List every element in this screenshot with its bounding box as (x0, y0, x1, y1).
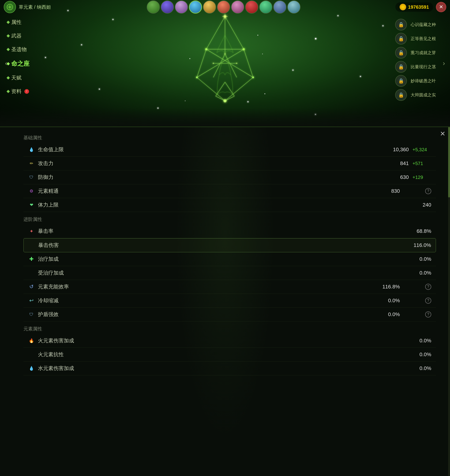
incoming-healing-value: 0.0% (403, 270, 431, 276)
stamina-label: 体力上限 (38, 202, 403, 208)
lock-icon-2: 🔒 (395, 33, 407, 45)
char-avatar-9[interactable] (259, 0, 272, 14)
char-avatar-5[interactable] (203, 0, 216, 14)
nav-item-weapon[interactable]: 武器 (7, 32, 30, 39)
svg-point-35 (264, 93, 265, 94)
svg-point-24 (224, 53, 226, 55)
crit-dmg-value: 116.0% (403, 242, 431, 248)
def-value: 630 (381, 174, 409, 180)
stat-row-def: 🛡 防御力 630 +129 (24, 171, 436, 184)
lock-icon-5: 🔒 (395, 75, 407, 87)
logo-icon[interactable] (4, 1, 16, 13)
scrollbar-track[interactable] (448, 127, 450, 476)
scrollbar-thumb[interactable] (448, 127, 450, 197)
const-label-3: 熏习成就之芽 (411, 50, 436, 56)
stat-row-pyro-dmg: 🔥 火元素伤害加成 0.0% (24, 334, 436, 348)
svg-point-36 (185, 101, 186, 101)
pyro-res-label: 火元素抗性 (38, 351, 403, 358)
right-constellation: 🔒 心识蕴藏之种 🔒 正等善见之根 🔒 熏习成就之芽 🔒 比量现行之茎 🔒 妙谛… (395, 19, 436, 101)
hp-bonus: +5,324 (413, 147, 431, 152)
atk-icon: ✏ (28, 160, 35, 167)
atk-value: 841 (381, 161, 409, 167)
nav-item-constellation[interactable]: 命之座 (7, 60, 30, 68)
em-value: 830 (372, 188, 400, 194)
er-help-button[interactable]: ? (425, 284, 431, 290)
svg-line-14 (216, 82, 225, 96)
left-nav: 属性 武器 圣遗物 命之座 天赋 资料 ! (7, 19, 30, 95)
shield-label: 护盾强效 (38, 311, 372, 318)
cd-icon: ↩ (28, 297, 35, 304)
nav-item-attributes[interactable]: 属性 (7, 19, 30, 26)
nav-diamond (6, 90, 10, 93)
stats-close-button[interactable]: ✕ (440, 130, 445, 138)
lock-icon-4: 🔒 (395, 61, 407, 73)
char-avatar-11[interactable] (287, 0, 301, 14)
hydro-icon: 💧 (28, 365, 35, 372)
const-node-4[interactable]: 🔒 比量现行之茎 (395, 61, 436, 73)
const-node-2[interactable]: 🔒 正等善见之根 (395, 33, 436, 45)
stamina-value: 240 (403, 202, 431, 208)
breadcrumb: 草元素 / 纳西妲 (19, 4, 51, 10)
svg-line-4 (244, 49, 253, 77)
char-avatar-1[interactable] (147, 0, 160, 14)
svg-line-2 (225, 16, 244, 49)
const-node-6[interactable]: 🔒 大辩圆成之实 (395, 89, 436, 101)
svg-point-32 (223, 99, 227, 103)
gold-icon (400, 4, 406, 10)
char-avatar-10[interactable] (273, 0, 286, 14)
stats-content[interactable]: 基础属性 💧 生命值上限 10,360 +5,324 ✏ 攻击力 841 +57… (0, 127, 450, 476)
close-button[interactable]: ✕ (436, 2, 446, 12)
shield-icon: 🛡 (28, 311, 35, 318)
nav-item-profile[interactable]: 资料 ! (7, 88, 30, 95)
const-node-5[interactable]: 🔒 妙谛破愚之叶 (395, 75, 436, 87)
nav-arrow-right[interactable]: › (440, 56, 448, 70)
char-avatar-3[interactable] (175, 0, 188, 14)
char-avatar-6[interactable] (217, 0, 230, 14)
svg-line-6 (225, 77, 253, 101)
def-icon: 🛡 (28, 174, 35, 181)
const-label-1: 心识蕴藏之种 (411, 22, 436, 27)
pyro-res-icon (28, 351, 35, 358)
svg-point-26 (236, 63, 237, 64)
stat-row-cd-reduction: ↩ 冷却缩减 0.0% ? (24, 294, 436, 308)
top-game-section: 草元素 / 纳西妲 19763591 ✕ 属性 武器 (0, 0, 450, 127)
crit-rate-value: 68.8% (403, 228, 431, 234)
const-node-3[interactable]: 🔒 熏习成就之芽 (395, 47, 436, 59)
nav-warning-badge: ! (24, 89, 29, 94)
stat-row-stamina: ❤ 体力上限 240 (24, 198, 436, 212)
stat-row-hp: 💧 生命值上限 10,360 +5,324 (24, 143, 436, 157)
lock-icon-3: 🔒 (395, 47, 407, 59)
stat-row-incoming-healing: 受治疗加成 0.0% (24, 266, 436, 280)
constellation-display (178, 12, 272, 119)
char-avatar-2[interactable] (161, 0, 174, 14)
crit-rate-icon: ✦ (28, 228, 35, 234)
em-help-button[interactable]: ? (425, 188, 431, 194)
svg-point-31 (242, 48, 245, 51)
hydro-dmg-value: 0.0% (403, 365, 431, 371)
nav-diamond (6, 21, 10, 24)
svg-point-25 (213, 63, 214, 64)
hp-icon: 💧 (28, 146, 35, 153)
hp-value: 10,360 (381, 147, 409, 153)
nav-item-talents[interactable]: 天赋 (7, 74, 30, 81)
def-bonus: +129 (413, 175, 431, 180)
cd-help-button[interactable]: ? (425, 298, 431, 304)
svg-line-12 (213, 54, 225, 77)
shield-help-button[interactable]: ? (425, 311, 431, 317)
em-icon: ⚙ (28, 188, 35, 194)
stat-row-em: ⚙ 元素精通 830 ? (24, 184, 436, 198)
nav-arrow-left[interactable]: ‹ (2, 56, 10, 70)
char-avatar-8[interactable] (245, 0, 258, 14)
lock-icon-1: 🔒 (395, 19, 407, 30)
stat-row-hydro-dmg: 💧 水元素伤害加成 0.0% (24, 362, 436, 375)
svg-line-13 (225, 54, 237, 77)
nav-item-artifacts[interactable]: 圣遗物 (7, 46, 30, 53)
svg-line-3 (197, 49, 206, 77)
const-node-1[interactable]: 🔒 心识蕴藏之种 (395, 19, 436, 30)
char-avatar-7[interactable] (231, 0, 244, 14)
char-avatar-4[interactable] (189, 0, 202, 14)
svg-point-30 (205, 48, 208, 51)
section-title-advanced: 进阶属性 (24, 216, 436, 222)
section-title-elemental: 元素属性 (24, 326, 436, 332)
char-avatars (56, 0, 392, 14)
